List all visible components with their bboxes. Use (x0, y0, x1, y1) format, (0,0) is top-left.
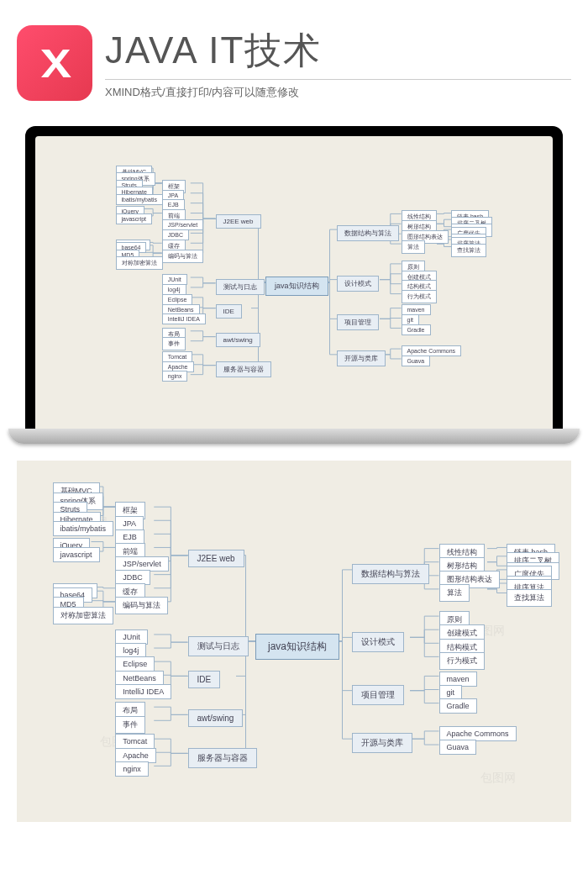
laptop-base (8, 429, 580, 444)
leaf: 事件 (162, 337, 186, 350)
leaf: 对称加密算法 (53, 607, 113, 624)
title-block: JAVA IT技术 XMIND格式/直接打印/内容可以随意修改 (105, 26, 571, 100)
leaf: Guava (402, 356, 431, 366)
laptop-screen: java知识结构J2EE web框架基础MVCspring体系StrutsHib… (35, 136, 553, 429)
branch-设计模式: 设计模式 (337, 276, 379, 292)
leaf: Guava (439, 740, 477, 755)
branch-服务器与容器: 服务器与容器 (216, 361, 271, 377)
leaf: 查找算法 (451, 244, 486, 257)
mindmap-center: java知识结构 (255, 634, 339, 660)
laptop-frame: java知识结构J2EE web框架基础MVCspring体系StrutsHib… (25, 126, 563, 429)
branch-开源与类库: 开源与类库 (352, 733, 412, 753)
branch-IDE: IDE (188, 671, 221, 688)
leaf: IntelliJ IDEA (115, 684, 171, 699)
mindmap-center: java知识结构 (265, 277, 328, 296)
leaf: 行为模式 (439, 652, 485, 670)
branch-awt/swing: awt/swing (188, 709, 244, 727)
branch-服务器与容器: 服务器与容器 (188, 748, 257, 768)
leaf: ibatis/mybatis (53, 521, 114, 536)
branch-测试与日志: 测试与日志 (188, 636, 249, 656)
page-subtitle: XMIND格式/直接打印/内容可以随意修改 (105, 79, 571, 100)
branch-数据结构与算法: 数据结构与算法 (352, 564, 429, 584)
leaf: Gradle (439, 698, 477, 714)
branch-项目管理: 项目管理 (352, 685, 404, 705)
leaf: 算法 (439, 584, 470, 602)
branch-J2EE web: J2EE web (188, 550, 244, 567)
branch-J2EE web: J2EE web (216, 214, 261, 229)
branch-项目管理: 项目管理 (337, 314, 379, 330)
watermark-icon: 包图网 (480, 771, 516, 786)
leaf: 事件 (115, 716, 145, 734)
leaf: Gradle (402, 324, 431, 335)
mindmap-preview-large: 包图网 包图网 包图网 包图网 java知识结构J2EE web框架基础MVCs… (17, 461, 571, 822)
branch-设计模式: 设计模式 (352, 632, 404, 652)
page-header: JAVA IT技术 XMIND格式/直接打印/内容可以随意修改 (0, 0, 588, 109)
branch-数据结构与算法: 数据结构与算法 (337, 225, 399, 241)
branch-开源与类库: 开源与类库 (337, 350, 386, 366)
branch-测试与日志: 测试与日志 (216, 279, 265, 295)
leaf: nginx (115, 761, 149, 777)
branch-awt/swing: awt/swing (216, 333, 260, 347)
leaf: javascript (116, 213, 153, 224)
laptop-mockup: java知识结构J2EE web框架基础MVCspring体系StrutsHib… (25, 126, 563, 444)
xmind-logo (17, 25, 92, 101)
mindmap-preview-small: java知识结构J2EE web框架基础MVCspring体系StrutsHib… (35, 136, 553, 429)
leaf: nginx (162, 371, 188, 382)
leaf: javascript (53, 547, 100, 562)
leaf: 查找算法 (507, 589, 552, 607)
leaf: 算法 (402, 240, 425, 254)
page-title: JAVA IT技术 (105, 26, 571, 76)
leaf: 对称加密算法 (116, 256, 163, 270)
leaf: 编码与算法 (115, 597, 168, 614)
leaf: ibatis/mybatis (116, 194, 163, 205)
branch-IDE: IDE (216, 304, 242, 319)
leaf: 编码与算法 (162, 250, 203, 263)
leaf: IntelliJ IDEA (162, 313, 206, 324)
leaf: 行为模式 (402, 290, 437, 303)
